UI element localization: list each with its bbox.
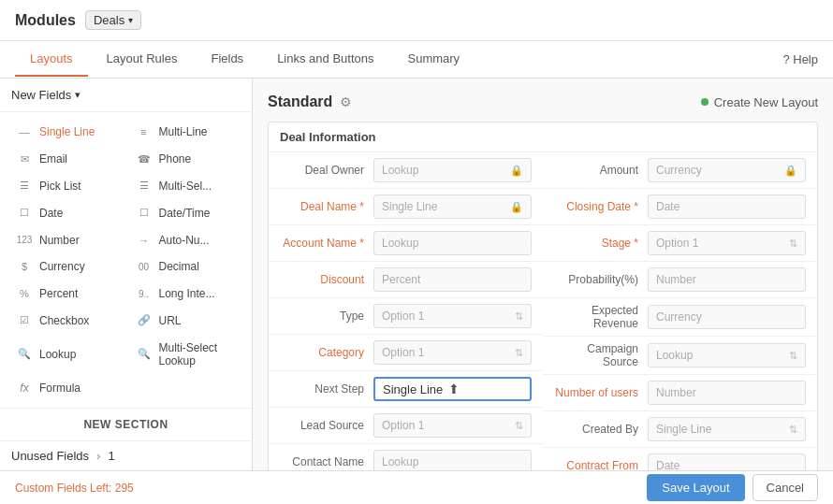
contact-name-text: Lookup [382,455,418,468]
help-link[interactable]: ? Help [782,52,818,66]
field-long-int[interactable]: 9.. Long Inte... [127,281,245,307]
campaign-source-text: Lookup [656,349,693,362]
account-name-value[interactable]: Lookup [373,231,532,255]
discount-text: Percent [382,273,420,286]
contract-from-label: Contract From [554,459,648,470]
expected-revenue-text: Currency [656,310,702,324]
field-percent[interactable]: % Percent [7,281,125,307]
module-selector[interactable]: Deals ▾ [85,10,141,30]
contract-from-value[interactable]: Date [648,454,806,470]
field-multi-sel-label: Multi-Sel... [159,180,212,193]
main-content: New Fields ▾ — Single Line ≡ Multi-Line … [0,79,833,470]
tab-summary[interactable]: Summary [392,42,475,77]
amount-value[interactable]: Currency 🔒 [648,158,806,182]
multi-sel-icon: ☰ [135,180,153,193]
field-currency-label: Currency [39,260,85,273]
campaign-source-value[interactable]: Lookup ⇅ [648,343,806,367]
category-label: Category [280,346,373,359]
field-row-probability: Probability(%) Number [543,262,817,298]
contract-from-text: Date [656,459,680,470]
campaign-source-label: Campaign Source [554,342,648,368]
single-line-icon: — [15,125,34,138]
tab-layouts[interactable]: Layouts [15,42,88,77]
formula-icon: fx [15,382,34,395]
field-multi-select-lookup[interactable]: 🔍 Multi-Select Lookup [127,335,245,373]
probability-value[interactable]: Number [648,267,806,292]
field-formula-label: Formula [39,382,80,395]
settings-icon[interactable]: ⚙ [340,94,352,109]
deal-owner-value[interactable]: Lookup 🔒 [373,158,532,182]
tab-fields[interactable]: Fields [196,42,258,77]
field-phone[interactable]: ☎ Phone [127,147,245,172]
field-row-amount: Amount Currency 🔒 [543,152,817,189]
tab-links-buttons[interactable]: Links and Buttons [262,42,388,77]
field-single-line[interactable]: — Single Line [7,120,125,145]
cancel-button[interactable]: Cancel [753,474,818,501]
custom-fields-left: Custom Fields Left: 295 [15,482,134,495]
percent-icon: % [15,287,34,300]
type-value[interactable]: Option 1 ⇅ [373,304,532,328]
field-decimal[interactable]: 00 Decimal [127,254,245,280]
stage-value[interactable]: Option 1 ⇅ [648,231,806,255]
field-formula[interactable]: fx Formula [7,375,125,400]
field-number[interactable]: 123 Number [7,227,125,252]
field-row-lead-source: Lead Source Option 1 ⇅ [269,408,543,444]
contact-name-label: Contact Name [280,455,373,468]
bottom-bar: Custom Fields Left: 295 Save Layout Canc… [0,470,833,504]
field-currency[interactable]: $ Currency [7,254,125,280]
phone-icon: ☎ [135,152,153,166]
unused-fields-chevron-icon: › [96,449,100,463]
field-multi-sel[interactable]: ☰ Multi-Sel... [127,174,245,199]
field-checkbox[interactable]: ☑ Checkbox [7,309,125,334]
new-section-button[interactable]: NEW SECTION [0,408,252,440]
new-section-label: NEW SECTION [83,418,168,431]
left-panel-header: New Fields ▾ [0,79,252,112]
next-step-value[interactable]: Single Line ⬆ [373,377,532,401]
field-row-stage: Stage * Option 1 ⇅ [543,225,817,262]
field-phone-label: Phone [159,152,192,166]
select-arrow-icon: ⇅ [515,420,523,432]
multi-line-icon: ≡ [135,125,153,138]
closing-date-text: Date [656,200,680,213]
left-panel: New Fields ▾ — Single Line ≡ Multi-Line … [0,79,253,470]
deal-name-value[interactable]: Single Line 🔒 [373,194,532,219]
field-pick-list[interactable]: ☰ Pick List [7,174,125,199]
field-url[interactable]: 🔗 URL [127,309,245,334]
expected-revenue-label: Expected Revenue [554,304,648,330]
contact-name-value[interactable]: Lookup [373,450,532,470]
field-pick-list-label: Pick List [39,180,81,193]
tab-layout-rules[interactable]: Layout Rules [92,42,193,77]
lock-icon: 🔒 [510,165,523,177]
created-by-value[interactable]: Single Line ⇅ [648,417,806,441]
select-arrow-icon: ⇅ [789,238,797,250]
lead-source-value[interactable]: Option 1 ⇅ [373,413,532,438]
field-row-deal-name: Deal Name * Single Line 🔒 [269,189,543,225]
expected-revenue-value[interactable]: Currency [648,305,806,329]
unused-fields-bar[interactable]: Unused Fields › 1 [0,440,252,470]
module-name: Deals [94,13,124,27]
field-multi-line[interactable]: ≡ Multi-Line [127,120,245,145]
amount-label: Amount [554,164,648,177]
discount-label: Discount [280,273,373,286]
closing-date-value[interactable]: Date [648,194,806,219]
help-label: Help [793,52,818,66]
number-of-users-value[interactable]: Number [648,381,806,405]
field-auto-nu[interactable]: → Auto-Nu... [127,227,245,252]
number-of-users-label: Number of users [554,386,648,399]
create-layout-button[interactable]: Create New Layout [701,95,818,109]
save-layout-button[interactable]: Save Layout [647,474,744,501]
discount-value[interactable]: Percent [373,267,532,292]
fields-table: Deal Owner Lookup 🔒 Deal Name * Single L… [269,152,817,470]
field-datetime[interactable]: ☐ Date/Time [127,200,245,225]
field-long-int-label: Long Inte... [159,287,215,300]
new-fields-button[interactable]: New Fields ▾ [11,88,80,102]
lead-source-text: Option 1 [382,419,424,432]
category-value[interactable]: Option 1 ⇅ [373,340,532,365]
field-lookup[interactable]: 🔍 Lookup [7,335,125,373]
lookup-icon: 🔍 [15,348,34,361]
field-date[interactable]: ☐ Date [7,200,125,225]
field-email[interactable]: ✉ Email [7,147,125,172]
account-name-text: Lookup [382,237,418,250]
right-panel: Standard ⚙ Create New Layout Deal Inform… [253,79,833,470]
field-decimal-label: Decimal [159,260,199,273]
